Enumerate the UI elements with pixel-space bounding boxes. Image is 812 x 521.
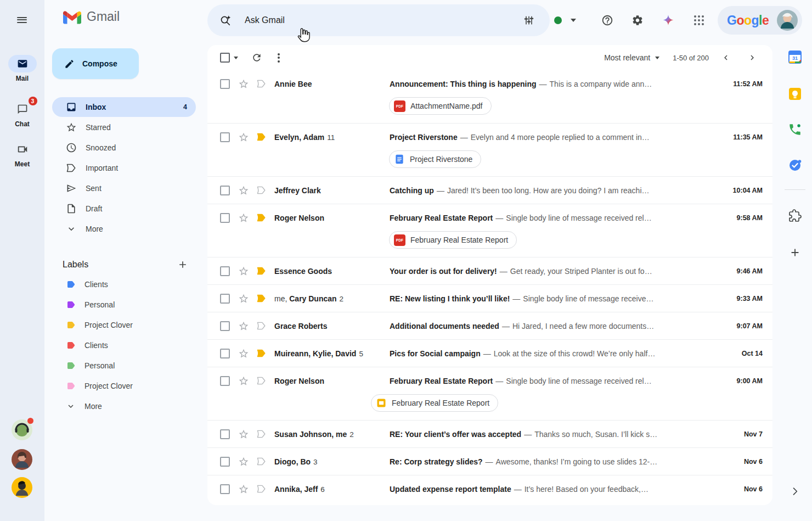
tasks-button[interactable] bbox=[784, 154, 806, 176]
nav-item-important[interactable]: Important bbox=[52, 158, 196, 178]
voice-button[interactable] bbox=[784, 119, 806, 141]
importance-marker[interactable] bbox=[256, 349, 267, 357]
create-label-button[interactable] bbox=[174, 256, 191, 273]
rail-item-mail[interactable]: Mail bbox=[0, 55, 44, 82]
chat-avatar-2[interactable] bbox=[12, 449, 32, 470]
mail-active-pill[interactable] bbox=[8, 55, 37, 72]
star-toggle[interactable] bbox=[238, 79, 249, 89]
email-row[interactable]: Susan Johnson, me2 RE: Your client’s off… bbox=[207, 421, 772, 448]
newer-page-button[interactable] bbox=[717, 48, 735, 67]
row-checkbox[interactable] bbox=[220, 429, 230, 439]
importance-marker[interactable] bbox=[256, 377, 267, 385]
nav-item-more[interactable]: More bbox=[52, 219, 196, 239]
chat-avatar-3[interactable] bbox=[12, 477, 32, 498]
attachment-chip[interactable]: February Real Estate Report bbox=[371, 394, 498, 412]
nav-item-sent[interactable]: Sent bbox=[52, 178, 196, 198]
star-toggle[interactable] bbox=[238, 429, 249, 440]
compose-button[interactable]: Compose bbox=[52, 48, 139, 79]
email-row[interactable]: Essence Goods Your order is out for deli… bbox=[207, 257, 772, 285]
hide-side-panel-button[interactable] bbox=[784, 480, 806, 502]
importance-marker[interactable] bbox=[256, 322, 267, 330]
label-item-clients-red[interactable]: Clients bbox=[52, 335, 196, 355]
label-item-clients-blue[interactable]: Clients bbox=[52, 274, 196, 294]
label-item-personal-green[interactable]: Personal bbox=[52, 355, 196, 376]
email-row[interactable]: Jeffrey Clark Catching up—Jared! It’s be… bbox=[207, 177, 772, 204]
nav-item-snoozed[interactable]: Snoozed bbox=[52, 137, 196, 158]
email-row[interactable]: Annika, Jeff6 Updated expense report tem… bbox=[207, 475, 772, 502]
refresh-button[interactable] bbox=[246, 47, 268, 69]
row-checkbox[interactable] bbox=[220, 349, 230, 358]
settings-button[interactable] bbox=[627, 9, 649, 31]
select-all-checkbox[interactable] bbox=[220, 53, 230, 63]
google-apps-button[interactable] bbox=[688, 9, 710, 31]
email-row[interactable]: Evelyn, Adam11 Project Riverstone—Evelyn… bbox=[207, 124, 772, 177]
label-item-project-clover-pink[interactable]: Project Clover bbox=[52, 376, 196, 396]
star-toggle[interactable] bbox=[238, 266, 249, 277]
keep-button[interactable] bbox=[784, 83, 806, 105]
importance-marker[interactable] bbox=[256, 430, 267, 438]
importance-marker[interactable] bbox=[256, 294, 267, 302]
attachment-chip[interactable]: Project Riverstone bbox=[389, 150, 481, 168]
row-checkbox[interactable] bbox=[220, 294, 230, 304]
sort-dropdown[interactable]: Most relevant bbox=[602, 50, 662, 65]
star-toggle[interactable] bbox=[238, 132, 249, 143]
importance-marker[interactable] bbox=[256, 80, 267, 88]
select-dropdown-caret[interactable] bbox=[234, 57, 238, 59]
get-addons-button[interactable] bbox=[784, 205, 806, 227]
email-row[interactable]: me, Cary Duncan2 RE: New listing I think… bbox=[207, 285, 772, 312]
nav-item-draft[interactable]: Draft bbox=[52, 198, 196, 219]
row-checkbox[interactable] bbox=[220, 484, 230, 494]
row-checkbox[interactable] bbox=[220, 376, 230, 386]
email-row[interactable]: Roger Nelson February Real Estate Report… bbox=[207, 367, 772, 421]
star-toggle[interactable] bbox=[238, 185, 249, 196]
star-toggle[interactable] bbox=[238, 456, 249, 467]
star-toggle[interactable] bbox=[238, 321, 249, 332]
label-item-personal-purple[interactable]: Personal bbox=[52, 294, 196, 315]
importance-marker[interactable] bbox=[256, 485, 267, 493]
star-toggle[interactable] bbox=[238, 484, 249, 495]
email-row[interactable]: Roger Nelson February Real Estate Report… bbox=[207, 204, 772, 257]
profile-avatar[interactable] bbox=[777, 10, 798, 31]
add-side-panel-app-button[interactable] bbox=[784, 242, 806, 264]
row-checkbox[interactable] bbox=[220, 79, 230, 89]
label-item-project-clover-yellow[interactable]: Project Clover bbox=[52, 315, 196, 335]
row-checkbox[interactable] bbox=[220, 266, 230, 276]
email-row[interactable]: Muireann, Kylie, David5 Pics for Social … bbox=[207, 340, 772, 367]
email-row[interactable]: Diogo, Bo3 Re: Corp strategy slides?—Awe… bbox=[207, 448, 772, 475]
star-toggle[interactable] bbox=[238, 293, 249, 304]
star-toggle[interactable] bbox=[238, 376, 249, 386]
attachment-chip[interactable]: PDF February Real Estate Report bbox=[389, 231, 517, 249]
nav-item-starred[interactable]: Starred bbox=[52, 117, 196, 137]
star-toggle[interactable] bbox=[238, 348, 249, 359]
rail-item-chat[interactable]: 3 Chat bbox=[0, 100, 44, 128]
importance-marker[interactable] bbox=[256, 267, 267, 275]
search-filters-button[interactable] bbox=[518, 9, 540, 31]
help-button[interactable] bbox=[596, 9, 618, 31]
search-input[interactable] bbox=[245, 15, 518, 25]
email-row[interactable]: Grace Roberts Additional documents neede… bbox=[207, 312, 772, 340]
row-checkbox[interactable] bbox=[220, 321, 230, 331]
status-selector[interactable] bbox=[554, 9, 576, 31]
google-account-pill[interactable]: Google bbox=[718, 6, 802, 35]
importance-marker[interactable] bbox=[256, 214, 267, 222]
row-checkbox[interactable] bbox=[220, 457, 230, 467]
search-bar[interactable] bbox=[207, 4, 550, 36]
star-toggle[interactable] bbox=[238, 212, 249, 223]
attachment-chip[interactable]: PDF AttachmentName.pdf bbox=[389, 97, 492, 115]
gemini-button[interactable] bbox=[657, 9, 679, 31]
importance-marker[interactable] bbox=[256, 457, 267, 466]
chat-avatar-1[interactable] bbox=[12, 419, 32, 440]
meet-pill[interactable] bbox=[8, 141, 37, 158]
email-row[interactable]: Annie Bee Announcement: This thing is ha… bbox=[207, 70, 772, 124]
row-checkbox[interactable] bbox=[220, 213, 230, 223]
chat-pill[interactable]: 3 bbox=[8, 100, 37, 118]
more-options-button[interactable] bbox=[268, 47, 290, 69]
importance-marker[interactable] bbox=[256, 186, 267, 194]
main-menu-button[interactable] bbox=[9, 7, 35, 33]
calendar-button[interactable]: 31 bbox=[784, 46, 806, 68]
labels-more[interactable]: More bbox=[52, 396, 196, 416]
row-checkbox[interactable] bbox=[220, 186, 230, 195]
rail-item-meet[interactable]: Meet bbox=[0, 141, 44, 168]
row-checkbox[interactable] bbox=[220, 132, 230, 142]
older-page-button[interactable] bbox=[743, 48, 762, 67]
